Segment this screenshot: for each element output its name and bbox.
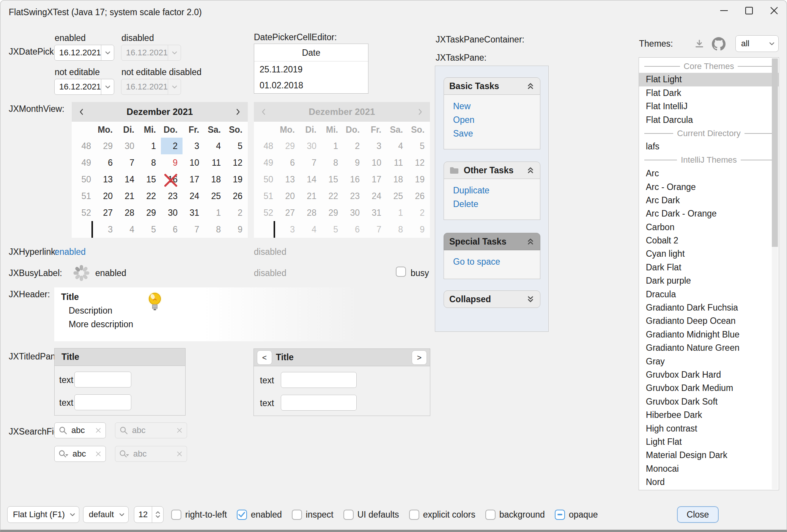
- day-cell[interactable]: 18: [204, 171, 226, 188]
- day-cell[interactable]: 27: [96, 204, 118, 221]
- day-number[interactable]: 18: [211, 174, 221, 185]
- task-link[interactable]: New: [453, 99, 540, 113]
- checkbox-explicit-colors[interactable]: [409, 510, 419, 520]
- double-chevron-up-icon[interactable]: [526, 237, 535, 246]
- theme-list-item[interactable]: Flat IntelliJ: [639, 100, 779, 113]
- checkbox-ui-defaults[interactable]: [343, 510, 354, 520]
- day-cell[interactable]: 14: [118, 171, 139, 188]
- date-column-header[interactable]: Date: [254, 44, 368, 61]
- day-number[interactable]: 17: [189, 174, 199, 185]
- download-icon[interactable]: [694, 38, 705, 52]
- day-cell[interactable]: 24: [183, 188, 204, 204]
- theme-list-item[interactable]: Hiberbee Dark: [639, 408, 779, 422]
- theme-list-item[interactable]: High contrast: [639, 422, 779, 435]
- day-number[interactable]: 30: [124, 141, 134, 151]
- theme-list-item[interactable]: Gray: [639, 355, 779, 368]
- day-cell[interactable]: 17: [183, 171, 204, 188]
- theme-list-item[interactable]: Flat Darcula: [639, 113, 779, 127]
- checkbox-background[interactable]: [485, 510, 496, 520]
- theme-list-item[interactable]: Arc Dark: [639, 194, 779, 207]
- scrollbar-thumb[interactable]: [772, 58, 778, 247]
- theme-list-item[interactable]: Flat Dark: [639, 86, 779, 100]
- day-number[interactable]: 1: [151, 141, 156, 151]
- theme-list-item[interactable]: Gradianto Dark Fuchsia: [639, 301, 779, 314]
- theme-list-item[interactable]: Arc Dark - Orange: [639, 207, 779, 220]
- datepicker-enabled[interactable]: 16.12.2021: [54, 45, 114, 61]
- checkbox-opaque[interactable]: [555, 510, 565, 520]
- day-cell[interactable]: 5: [226, 138, 247, 154]
- day-cell[interactable]: 15: [139, 171, 161, 188]
- chevron-right-icon[interactable]: [228, 108, 248, 116]
- double-chevron-up-icon[interactable]: [526, 82, 535, 90]
- checkbox-enabled[interactable]: [237, 510, 247, 520]
- day-cell[interactable]: 6: [96, 154, 118, 171]
- laf-combobox[interactable]: Flat Light (F1): [7, 506, 79, 523]
- github-icon[interactable]: [712, 37, 726, 53]
- task-link[interactable]: Delete: [453, 197, 540, 211]
- day-cell[interactable]: 4: [204, 138, 226, 154]
- day-number[interactable]: 3: [194, 141, 199, 151]
- checkbox-label[interactable]: right-to-left: [185, 510, 227, 520]
- theme-list-item[interactable]: Dark purple: [639, 274, 779, 287]
- search-dropdown-icon[interactable]: [58, 449, 69, 458]
- checkbox-label[interactable]: enabled: [251, 510, 282, 520]
- day-cell[interactable]: 26: [226, 188, 247, 204]
- day-cell[interactable]: 2: [226, 204, 247, 221]
- day-number[interactable]: 5: [238, 141, 242, 151]
- searchfield-enabled[interactable]: abc: [54, 422, 106, 438]
- task-link[interactable]: Save: [453, 127, 540, 140]
- theme-list-item[interactable]: Gruvbox Dark Soft: [639, 395, 779, 408]
- day-number[interactable]: 1: [216, 208, 221, 218]
- day-cell[interactable]: 7: [118, 154, 139, 171]
- day-number[interactable]: 4: [129, 224, 134, 235]
- day-number[interactable]: 12: [233, 158, 242, 168]
- theme-list-item[interactable]: Gradianto Midnight Blue: [639, 328, 779, 341]
- theme-list-item[interactable]: Dark Flat: [639, 261, 779, 274]
- day-cell[interactable]: 6: [161, 221, 183, 238]
- checkbox-label[interactable]: UI defaults: [357, 510, 399, 520]
- taskpane-group-header[interactable]: Other Tasks: [444, 162, 540, 179]
- day-number[interactable]: 8: [151, 158, 156, 168]
- day-cell[interactable]: 13: [96, 171, 118, 188]
- theme-list-item[interactable]: Arc: [639, 167, 779, 180]
- day-number[interactable]: 29: [103, 141, 113, 151]
- theme-list-item[interactable]: Flat Light: [639, 73, 779, 86]
- clear-icon[interactable]: [95, 450, 102, 457]
- day-number[interactable]: 19: [233, 174, 242, 185]
- day-number[interactable]: 11: [212, 158, 221, 168]
- day-number[interactable]: 28: [124, 208, 134, 218]
- day-cell[interactable]: 9: [226, 221, 247, 238]
- font-size-spinner[interactable]: 12: [134, 506, 164, 523]
- theme-list[interactable]: Core ThemesFlat LightFlat DarkFlat Intel…: [639, 57, 779, 490]
- task-link[interactable]: Open: [453, 113, 540, 127]
- checkbox-inspect[interactable]: [292, 510, 302, 520]
- table-row[interactable]: 01.02.2018: [254, 77, 368, 93]
- day-number[interactable]: 27: [103, 208, 113, 218]
- day-cell[interactable]: 4: [118, 221, 139, 238]
- theme-list-item[interactable]: Gradianto Deep Ocean: [639, 314, 779, 328]
- theme-list-item[interactable]: Arc - Orange: [639, 180, 779, 194]
- day-number[interactable]: 10: [189, 158, 199, 168]
- day-cell[interactable]: 12: [226, 154, 247, 171]
- double-chevron-down-icon[interactable]: [526, 295, 535, 303]
- day-number[interactable]: 24: [189, 191, 199, 201]
- double-chevron-up-icon[interactable]: [526, 166, 535, 174]
- busy-checkbox[interactable]: [396, 267, 406, 277]
- theme-list-item[interactable]: Monocai: [639, 462, 779, 476]
- checkbox-right-to-left[interactable]: [171, 510, 181, 520]
- day-number[interactable]: 5: [151, 224, 156, 235]
- day-cell[interactable]: 9: [161, 154, 183, 171]
- day-number[interactable]: 22: [146, 191, 156, 201]
- titledpanel-right-field1[interactable]: [281, 372, 357, 388]
- day-cell[interactable]: 29: [96, 138, 118, 154]
- titledpanel-next-button[interactable]: >: [412, 350, 427, 365]
- checkbox-label[interactable]: inspect: [306, 510, 334, 520]
- day-number[interactable]: 9: [173, 158, 178, 168]
- day-number[interactable]: 31: [189, 208, 199, 218]
- titledpanel-right-field2[interactable]: [281, 395, 357, 411]
- day-number[interactable]: 26: [233, 191, 242, 201]
- day-number[interactable]: 3: [108, 224, 113, 235]
- datepicker-celleditor-table[interactable]: Date 25.11.201901.02.2018: [254, 44, 368, 94]
- day-cell[interactable]: 30: [161, 204, 183, 221]
- day-number[interactable]: 13: [103, 174, 113, 185]
